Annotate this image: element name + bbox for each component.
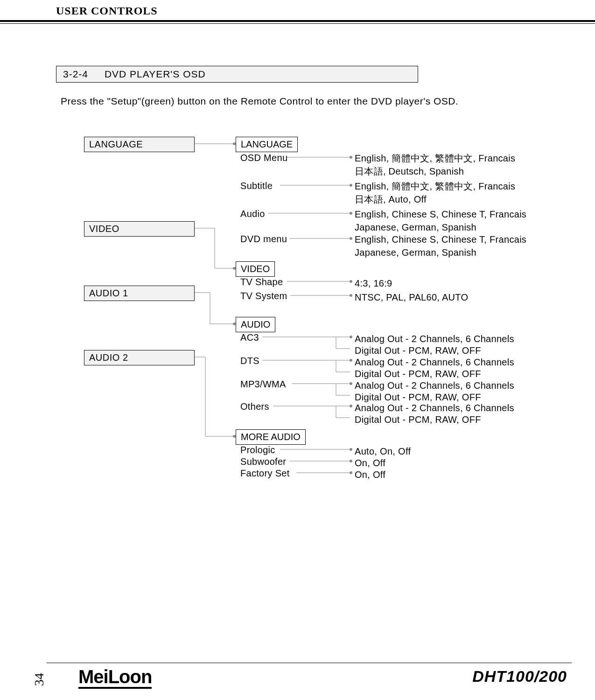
value-factory: On, Off xyxy=(355,468,385,481)
item-mp3wma: MP3/WMA xyxy=(240,379,286,390)
section-number: 3-2-4 xyxy=(63,69,88,80)
tab-video: VIDEO xyxy=(84,221,195,237)
value-audio-lang: English, Chinese S, Chinese T, Francais … xyxy=(355,208,526,234)
item-osd-menu: OSD Menu xyxy=(240,153,287,163)
value-tv-system: NTSC, PAL, PAL60, AUTO xyxy=(355,291,468,304)
value-others-digital: Digital Out - PCM, RAW, OFF xyxy=(355,413,481,426)
value-tv-shape: 4:3, 16:9 xyxy=(355,277,392,290)
item-prologic: Prologic xyxy=(240,445,275,455)
section-heading: DVD PLAYER'S OSD xyxy=(105,69,206,79)
item-factory-set: Factory Set xyxy=(240,468,290,479)
item-subtitle: Subtitle xyxy=(240,181,273,191)
item-ac3: AC3 xyxy=(240,332,259,343)
section-title: 3-2-4 DVD PLAYER'S OSD xyxy=(56,66,418,83)
value-osd-menu: English, 簡體中文, 繁體中文, Francais 日本語, Deuts… xyxy=(355,152,515,178)
item-dts: DTS xyxy=(240,356,259,366)
header-rule-thin xyxy=(0,23,595,24)
value-ac3-digital: Digital Out - PCM, RAW, OFF xyxy=(355,344,481,357)
value-subwoofer: On, Off xyxy=(355,456,385,469)
tab-language: LANGUAGE xyxy=(84,137,195,152)
value-prologic: Auto, On, Off xyxy=(355,445,411,458)
tab-audio2: AUDIO 2 xyxy=(84,350,195,365)
page-number: 34 xyxy=(32,673,47,686)
value-subtitle: English, 簡體中文, 繁體中文, Francais 日本語, Auto,… xyxy=(355,180,515,206)
value-mp3-analog: Analog Out - 2 Channels, 6 Channels xyxy=(355,379,514,392)
page-header: USER CONTROLS xyxy=(0,0,595,20)
group-more-audio-header: MORE AUDIO xyxy=(236,429,306,445)
tab-audio1: AUDIO 1 xyxy=(84,286,195,301)
item-tv-system: TV System xyxy=(240,291,287,301)
value-dvd-menu: English, Chinese S, Chinese T, Francais … xyxy=(355,233,526,259)
item-audio: Audio xyxy=(240,209,265,219)
value-dts-digital: Digital Out - PCM, RAW, OFF xyxy=(355,367,481,380)
value-dts-analog: Analog Out - 2 Channels, 6 Channels xyxy=(355,356,514,369)
item-others: Others xyxy=(240,401,269,412)
footer-rule xyxy=(47,663,572,663)
group-language-header: LANGUAGE xyxy=(236,137,298,152)
item-dvd-menu: DVD menu xyxy=(240,234,287,245)
brand-logo: MeiLoon xyxy=(78,666,152,687)
group-video-header: VIDEO xyxy=(236,261,275,277)
group-audio-header: AUDIO xyxy=(236,317,275,332)
item-subwoofer: Subwoofer xyxy=(240,456,286,467)
value-others-analog: Analog Out - 2 Channels, 6 Channels xyxy=(355,401,514,414)
item-tv-shape: TV Shape xyxy=(240,277,283,287)
section-intro: Press the "Setup"(green) button on the R… xyxy=(61,96,595,107)
value-ac3-analog: Analog Out - 2 Channels, 6 Channels xyxy=(355,332,514,345)
model-number: DHT100/200 xyxy=(472,667,567,686)
